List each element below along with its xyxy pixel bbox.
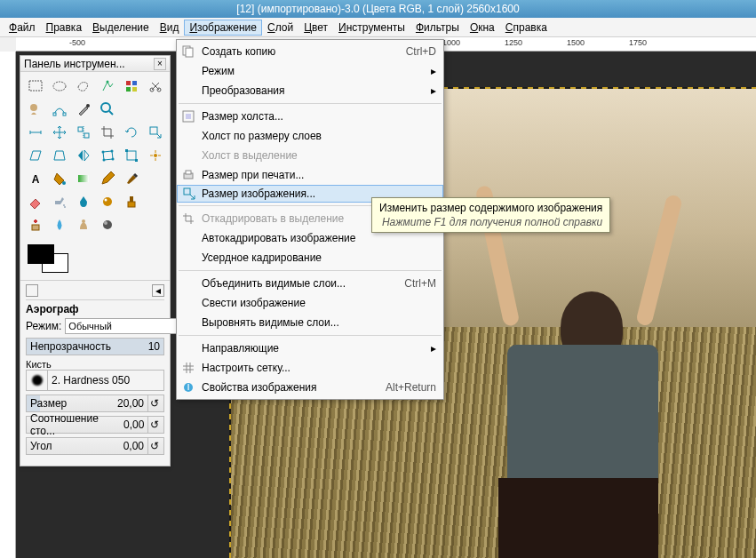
menu-item[interactable]: Усердное кадрирование [177, 248, 443, 267]
ratio-slider[interactable]: Соотношение сто... 0,00 ↺ [26, 416, 164, 434]
handle-transform-tool[interactable] [144, 145, 166, 166]
measure-tool[interactable] [24, 122, 46, 143]
mypaint-brush-tool[interactable] [96, 191, 118, 212]
ratio-reset-icon[interactable]: ↺ [147, 417, 160, 433]
menu-item[interactable]: iСвойства изображенияAlt+Return [177, 378, 443, 397]
menu-item[interactable]: Направляющие▸ [177, 339, 443, 358]
svg-rect-27 [78, 175, 89, 182]
unified-transform-tool[interactable] [120, 145, 142, 166]
angle-reset-icon[interactable]: ↺ [147, 438, 160, 454]
print-size-icon [180, 167, 196, 183]
ellipse-select-tool[interactable] [48, 76, 70, 97]
svg-point-37 [104, 221, 107, 225]
menu-фильтры[interactable]: Фильтры [410, 20, 465, 36]
angle-value: 0,00 [123, 440, 144, 452]
fg-color[interactable] [28, 244, 54, 264]
menu-shortcut: Ctrl+M [404, 277, 436, 290]
menu-item-label: Холст в выделение [202, 149, 298, 162]
svg-point-13 [101, 103, 110, 112]
paths-tool[interactable] [48, 99, 70, 120]
zoom-tool[interactable] [96, 99, 118, 120]
menu-item[interactable]: Выровнять видимые слои... [177, 313, 443, 332]
free-select-tool[interactable] [72, 76, 94, 97]
svg-point-28 [63, 204, 65, 206]
grid-icon [180, 360, 196, 376]
ruler-vertical [0, 52, 16, 558]
brush-label: Кисть [26, 359, 164, 370]
menu-окна[interactable]: Окна [465, 20, 500, 36]
bucket-fill-tool[interactable] [48, 168, 70, 189]
scale-tool[interactable] [144, 122, 166, 143]
opacity-slider[interactable]: Непрозрачность 10 [26, 338, 164, 355]
brush-selector[interactable]: 2. Hardness 050 [26, 370, 164, 391]
menu-файл[interactable]: Файл [4, 20, 41, 36]
menu-item-label: Откадрировать в выделение [202, 212, 344, 225]
pencil-tool[interactable] [96, 168, 118, 189]
options-menu-icon[interactable]: ◂ [152, 284, 164, 297]
mode-label: Режим: [26, 320, 61, 332]
paintbrush-tool[interactable] [120, 168, 142, 189]
shear-tool[interactable] [24, 145, 46, 166]
menu-item[interactable]: Преобразования▸ [177, 81, 443, 100]
by-color-select-tool[interactable] [120, 76, 142, 97]
color-picker-tool[interactable] [72, 99, 94, 120]
rotate-tool[interactable] [120, 122, 142, 143]
rect-select-tool[interactable] [24, 76, 46, 97]
svg-text:A: A [31, 173, 39, 186]
options-toggle-icon[interactable] [26, 284, 38, 297]
size-slider[interactable]: Размер 20,00 ↺ [26, 395, 164, 412]
cage-tool[interactable] [96, 145, 118, 166]
menu-слой[interactable]: Слой [262, 20, 298, 36]
eraser-tool[interactable] [24, 191, 46, 212]
menu-выделение[interactable]: Выделение [87, 20, 155, 36]
smudge-tool[interactable] [72, 214, 94, 235]
menu-вид[interactable]: Вид [155, 20, 185, 36]
menu-item[interactable]: Создать копиюCtrl+D [177, 42, 443, 61]
tooltip-title: Изменить размер содержимого изображения [379, 202, 602, 214]
svg-rect-23 [135, 159, 138, 162]
menu-item[interactable]: Холст по размеру слоев [177, 126, 443, 146]
menu-справка[interactable]: Справка [500, 20, 553, 36]
gradient-tool[interactable] [72, 168, 94, 189]
menu-item: Холст в выделение [177, 146, 443, 165]
svg-rect-11 [63, 113, 66, 116]
menu-item[interactable]: Размер холста... [177, 107, 443, 126]
fuzzy-select-tool[interactable] [96, 76, 118, 97]
flip-tool[interactable] [72, 145, 94, 166]
menu-правка[interactable]: Правка [41, 20, 88, 36]
menu-цвет[interactable]: Цвет [298, 20, 333, 36]
menu-item[interactable]: Свести изображение [177, 293, 443, 313]
ink-tool[interactable] [72, 191, 94, 212]
heal-tool[interactable] [24, 214, 46, 235]
toolbox-titlebar[interactable]: Панель инструмен... × [20, 56, 170, 72]
close-icon[interactable]: × [154, 58, 166, 70]
size-reset-icon[interactable]: ↺ [147, 395, 160, 411]
move-tool[interactable] [48, 122, 70, 143]
menu-item[interactable]: Объединить видимые слои...Ctrl+M [177, 274, 443, 293]
svg-rect-34 [32, 225, 39, 230]
color-swatches[interactable] [20, 239, 170, 280]
submenu-arrow-icon: ▸ [431, 342, 436, 355]
svg-point-30 [103, 197, 112, 206]
text-tool[interactable]: A [24, 168, 46, 189]
airbrush-tool[interactable] [48, 191, 70, 212]
tool-grid: A [20, 72, 170, 239]
perspective-tool[interactable] [48, 145, 70, 166]
crop-tool[interactable] [96, 122, 118, 143]
foreground-select-tool[interactable] [24, 99, 46, 120]
menu-item[interactable]: Настроить сетку... [177, 358, 443, 378]
angle-slider[interactable]: Угол 0,00 ↺ [26, 437, 164, 455]
size-label: Размер [30, 397, 67, 410]
menu-item[interactable]: Размер при печати... [177, 165, 443, 185]
svg-point-38 [32, 375, 43, 386]
align-tool[interactable] [72, 122, 94, 143]
dodge-burn-tool[interactable] [96, 214, 118, 235]
clone-tool[interactable] [120, 191, 142, 212]
menu-item-label: Объединить видимые слои... [202, 277, 346, 290]
svg-point-18 [110, 150, 113, 153]
menu-item[interactable]: Режим▸ [177, 61, 443, 81]
menu-изображение[interactable]: Изображение [184, 20, 262, 36]
scissors-tool[interactable] [144, 76, 166, 97]
menu-инструменты[interactable]: Инструменты [333, 20, 410, 36]
blur-tool[interactable] [48, 214, 70, 235]
